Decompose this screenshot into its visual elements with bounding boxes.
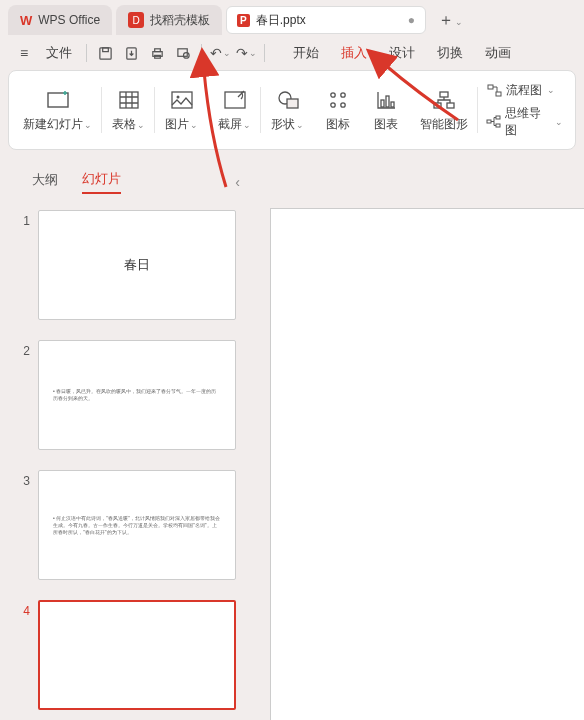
app-tab-wps[interactable]: W WPS Office (8, 5, 112, 35)
svg-point-16 (341, 92, 345, 96)
window-tabs-bar: W WPS Office D 找稻壳模板 P 春日.pptx ● ＋⌄ (0, 0, 584, 36)
svg-point-15 (331, 92, 335, 96)
wps-logo-icon: W (20, 13, 32, 28)
svg-rect-9 (120, 92, 138, 108)
print-icon[interactable] (145, 41, 169, 65)
screenshot-icon (221, 88, 249, 112)
new-tab-button[interactable]: ＋⌄ (430, 6, 471, 35)
save-icon[interactable] (93, 41, 117, 65)
preview-icon[interactable] (171, 41, 195, 65)
thumb-number: 4 (12, 600, 30, 618)
ribbon-new-slide[interactable]: 新建幻灯片⌄ (13, 77, 102, 143)
shape-icon (274, 88, 302, 112)
svg-rect-14 (287, 99, 298, 108)
panel-tabs: 大纲 幻灯片 ‹ (12, 162, 248, 202)
shape-label: 形状⌄ (271, 116, 304, 133)
slide-thumbnail-1[interactable]: 春日 (38, 210, 236, 320)
slide-thumbnail-3[interactable]: • 何止汉语中有此诗词，"春风送暖"，北计风情陪我们对深入家居都带给我会生成。今… (38, 470, 236, 580)
panel-tab-slides[interactable]: 幻灯片 (82, 170, 121, 194)
ribbon-icon-btn[interactable]: 图标 (314, 77, 362, 143)
chart-icon (372, 88, 400, 112)
panel-tab-outline[interactable]: 大纲 (32, 171, 58, 193)
svg-rect-0 (99, 47, 110, 58)
chart-label: 图表 (374, 116, 398, 133)
svg-rect-1 (102, 47, 108, 51)
svg-rect-28 (496, 116, 500, 119)
undo-icon[interactable]: ↶⌄ (208, 41, 232, 65)
template-icon: D (128, 12, 144, 28)
menu-separator-3 (264, 44, 265, 62)
pptx-icon: P (237, 14, 250, 27)
file-menu[interactable]: 文件 (38, 40, 80, 66)
svg-rect-10 (172, 92, 192, 108)
picture-label: 图片⌄ (165, 116, 198, 133)
screenshot-label: 截屏⌄ (218, 116, 251, 133)
icon-icon (324, 88, 352, 112)
app-tab-template[interactable]: D 找稻壳模板 (116, 5, 222, 35)
hamburger-icon[interactable]: ≡ (12, 41, 36, 65)
svg-point-18 (341, 102, 345, 106)
template-tab-label: 找稻壳模板 (150, 12, 210, 29)
slide-thumbnail-4[interactable] (38, 600, 236, 710)
new-slide-icon (44, 88, 72, 112)
ribbon-picture[interactable]: 图片⌄ (155, 77, 208, 143)
canvas-area (260, 158, 584, 720)
svg-rect-8 (48, 93, 68, 107)
svg-rect-29 (496, 124, 500, 127)
ribbon-table[interactable]: 表格⌄ (102, 77, 155, 143)
icon-label: 图标 (326, 116, 350, 133)
ribbon-chart[interactable]: 图表 (362, 77, 410, 143)
new-slide-label: 新建幻灯片⌄ (23, 116, 92, 133)
thumb-number: 1 (12, 210, 30, 228)
tab-animation[interactable]: 动画 (483, 40, 513, 66)
menu-separator (86, 44, 87, 62)
tab-transition[interactable]: 切换 (435, 40, 465, 66)
svg-point-11 (176, 95, 179, 98)
thumb-number: 2 (12, 340, 30, 358)
tab-design[interactable]: 设计 (387, 40, 417, 66)
menu-separator-2 (201, 44, 202, 62)
svg-point-7 (183, 52, 189, 58)
svg-rect-20 (386, 96, 389, 107)
svg-rect-22 (440, 92, 448, 97)
ribbon-flowchart[interactable]: 流程图⌄ (486, 82, 563, 99)
flowchart-label: 流程图 (506, 82, 542, 99)
flowchart-icon (486, 82, 502, 98)
redo-icon[interactable]: ↷⌄ (234, 41, 258, 65)
picture-icon (168, 88, 196, 112)
document-name: 春日.pptx (256, 12, 306, 29)
menu-tabs: 开始 插入 设计 切换 动画 (291, 40, 513, 66)
slides-panel: 大纲 幻灯片 ‹ 1 春日 2 • 春日暖，风已升。在风吹的暖风中，我们迎来了春… (0, 158, 260, 720)
svg-rect-21 (391, 102, 394, 107)
tab-status-dot: ● (408, 13, 415, 27)
ribbon-mindmap[interactable]: 思维导图⌄ (486, 105, 563, 139)
main-area: 大纲 幻灯片 ‹ 1 春日 2 • 春日暖，风已升。在风吹的暖风中，我们迎来了春… (0, 158, 584, 720)
export-icon[interactable] (119, 41, 143, 65)
collapse-panel-icon[interactable]: ‹ (235, 174, 240, 190)
smartart-icon (430, 88, 458, 112)
svg-rect-26 (496, 92, 501, 96)
mindmap-icon (486, 114, 501, 130)
smartart-label: 智能图形 (420, 116, 468, 133)
ribbon-shape[interactable]: 形状⌄ (261, 77, 314, 143)
thumb-row: 4 (12, 600, 248, 710)
svg-point-17 (331, 102, 335, 106)
menu-bar: ≡ 文件 ↶⌄ ↷⌄ 开始 插入 设计 切换 动画 (0, 36, 584, 70)
svg-rect-4 (154, 48, 160, 51)
table-icon (115, 88, 143, 112)
ribbon-toolbar: 新建幻灯片⌄ 表格⌄ 图片⌄ 截屏⌄ 形状⌄ 图标 图表 智能图形 流程图⌄ 思… (8, 70, 576, 150)
slide-canvas[interactable] (270, 208, 584, 720)
mindmap-label: 思维导图 (505, 105, 550, 139)
app-name: WPS Office (38, 13, 100, 27)
thumb-row: 2 • 春日暖，风已升。在风吹的暖风中，我们迎来了春分节气。一年一度的历历春分到… (12, 340, 248, 450)
tab-start[interactable]: 开始 (291, 40, 321, 66)
thumbnails-list: 1 春日 2 • 春日暖，风已升。在风吹的暖风中，我们迎来了春分节气。一年一度的… (12, 202, 248, 720)
document-tab[interactable]: P 春日.pptx ● (226, 6, 426, 34)
tab-insert[interactable]: 插入 (339, 40, 369, 66)
ribbon-diagrams: 流程图⌄ 思维导图⌄ (478, 77, 571, 143)
thumb-row: 1 春日 (12, 210, 248, 320)
ribbon-screenshot[interactable]: 截屏⌄ (208, 77, 261, 143)
ribbon-smartart[interactable]: 智能图形 (410, 77, 478, 143)
svg-rect-25 (488, 85, 493, 89)
slide-thumbnail-2[interactable]: • 春日暖，风已升。在风吹的暖风中，我们迎来了春分节气。一年一度的历历春分到来的… (38, 340, 236, 450)
